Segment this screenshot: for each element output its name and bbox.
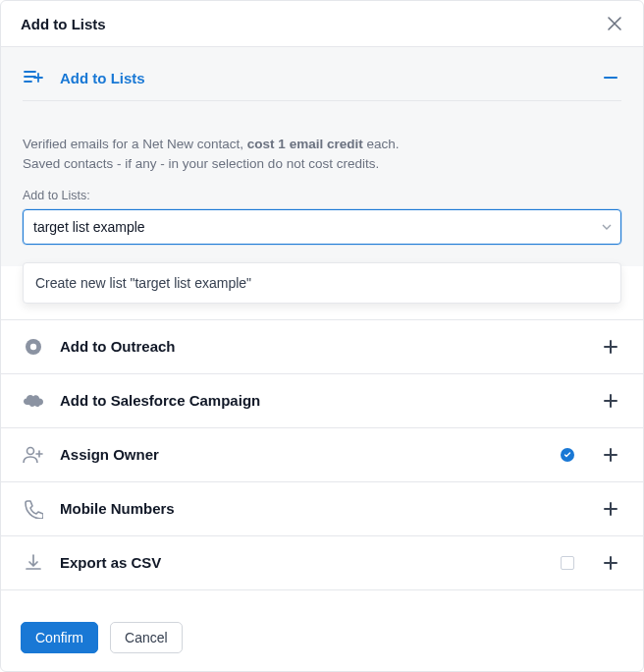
sections-list: Add to Lists Verified emails for a Net N…: [1, 47, 643, 608]
expand-button[interactable]: [600, 390, 621, 412]
info-line-2: Saved contacts - if any - in your select…: [23, 154, 621, 174]
modal-footer: Confirm Cancel: [1, 608, 643, 671]
plus-icon: [603, 393, 618, 409]
section-title-export-csv: Export as CSV: [60, 554, 545, 571]
minus-icon: [603, 70, 618, 85]
expand-button[interactable]: [600, 552, 621, 574]
section-assign-owner: Assign Owner: [1, 428, 643, 482]
check-icon: [564, 451, 571, 459]
user-plus-icon: [23, 444, 44, 466]
assigned-badge: [561, 448, 574, 462]
cancel-button[interactable]: Cancel: [110, 622, 183, 653]
info-line-1: Verified emails for a Net New contact, c…: [23, 135, 621, 154]
plus-icon: [603, 555, 618, 571]
create-new-list-option[interactable]: Create new list "target list example": [24, 263, 620, 303]
section-salesforce-campaign: Add to Salesforce Campaign: [1, 374, 643, 428]
modal-title: Add to Lists: [21, 16, 106, 32]
expand-button[interactable]: [600, 336, 621, 358]
phone-icon: [23, 498, 44, 520]
section-mobile-numbers: Mobile Numbers: [1, 482, 643, 536]
close-icon: [608, 17, 621, 30]
section-title-assign-owner: Assign Owner: [60, 446, 545, 463]
add-to-lists-dropdown: Create new list "target list example": [23, 262, 621, 304]
plus-icon: [603, 501, 618, 517]
section-title-mobile: Mobile Numbers: [60, 500, 584, 517]
collapse-button[interactable]: [600, 67, 621, 88]
export-csv-checkbox[interactable]: [561, 556, 574, 570]
section-title-outreach: Add to Outreach: [60, 338, 584, 355]
list-add-icon: [23, 67, 44, 88]
section-header-salesforce[interactable]: Add to Salesforce Campaign: [1, 374, 643, 427]
plus-icon: [603, 339, 618, 355]
section-header-mobile[interactable]: Mobile Numbers: [1, 482, 643, 535]
outreach-icon: [23, 336, 44, 358]
section-header-export-csv[interactable]: Export as CSV: [1, 536, 643, 589]
section-add-to-outreach: Add to Outreach: [1, 320, 643, 374]
download-icon: [23, 552, 44, 574]
salesforce-icon: [23, 390, 44, 412]
section-export-csv: Export as CSV: [1, 536, 643, 590]
add-to-lists-combo: [23, 209, 621, 245]
modal-header: Add to Lists: [1, 1, 643, 47]
add-to-lists-input[interactable]: [23, 209, 621, 245]
section-title-add-to-lists: Add to Lists: [60, 70, 584, 86]
confirm-button[interactable]: Confirm: [21, 622, 98, 653]
section-header-add-to-lists[interactable]: Add to Lists: [1, 47, 643, 100]
close-button[interactable]: [606, 15, 623, 32]
svg-point-2: [27, 447, 34, 454]
add-to-lists-label: Add to Lists:: [23, 189, 621, 202]
section-header-assign-owner[interactable]: Assign Owner: [1, 428, 643, 481]
plus-icon: [603, 447, 618, 463]
section-title-salesforce: Add to Salesforce Campaign: [60, 392, 584, 409]
add-to-lists-modal: Add to Lists Add to Lists Verified email…: [0, 0, 644, 672]
info-text: Verified emails for a Net New contact,: [23, 137, 247, 151]
section-header-outreach[interactable]: Add to Outreach: [1, 320, 643, 373]
info-text-bold: cost 1 email credit: [247, 137, 363, 151]
expand-button[interactable]: [600, 498, 621, 520]
expand-button[interactable]: [600, 444, 621, 466]
info-text: each.: [363, 137, 400, 151]
svg-point-1: [30, 343, 36, 349]
section-add-to-lists: Add to Lists Verified emails for a Net N…: [1, 47, 643, 266]
add-to-lists-body: Verified emails for a Net New contact, c…: [1, 117, 643, 266]
